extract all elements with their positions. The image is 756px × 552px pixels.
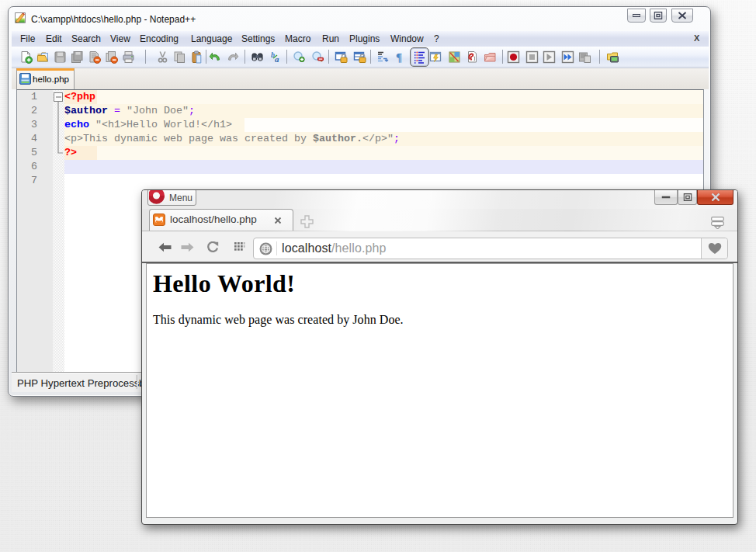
svg-text:¶: ¶ (396, 51, 402, 64)
